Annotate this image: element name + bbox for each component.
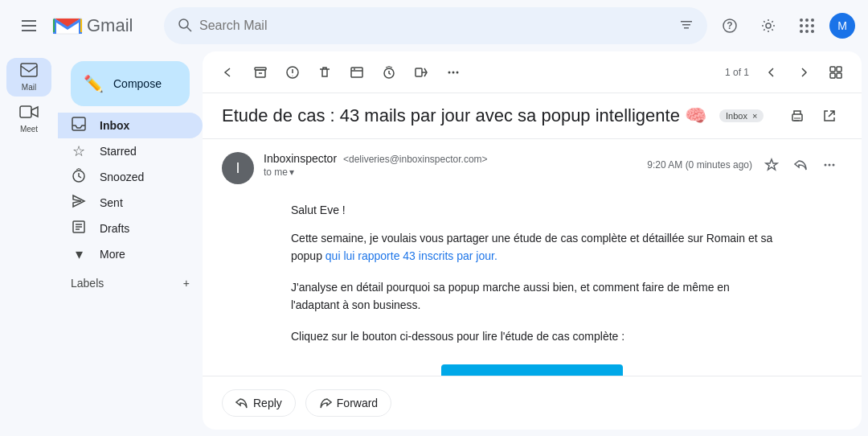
google-apps-grid [793,12,821,39]
inbox-badge-label: Inbox [726,111,747,121]
forward-label: Forward [337,397,378,409]
reply-inline-button[interactable] [788,152,813,178]
email-para2: J'analyse en détail pourquoi sa popup ma… [291,278,773,315]
cta-wrap: LIRE L'ETUDE DE CAS [291,364,773,376]
search-options-icon[interactable] [678,17,694,35]
reply-button[interactable]: Reply [222,389,296,417]
star-button[interactable] [759,152,784,178]
inbox-view-button[interactable] [823,60,849,85]
sidebar-item-drafts[interactable]: Drafts [58,216,203,241]
spam-button[interactable] [280,60,305,85]
search-input-wrap [164,7,707,44]
drafts-icon [71,220,87,238]
search-bar [164,7,707,44]
email-para1-link[interactable]: qui lui rapporte 43 inscrits par jour. [326,249,497,262]
email-more-button[interactable] [817,152,842,178]
to-chevron: ▾ [289,167,294,178]
sidebar-item-more[interactable]: ▾ More [58,241,203,267]
compose-button[interactable]: ✏️ Compose [71,61,190,106]
meet-icon [19,105,39,123]
svg-rect-30 [837,73,841,78]
svg-rect-6 [681,21,692,23]
back-button[interactable] [215,60,241,85]
left-nav: Mail Meet [0,51,58,436]
snoozed-icon [71,168,87,187]
forward-button[interactable]: Forward [305,389,391,417]
delete-button[interactable] [312,60,338,85]
search-icon [177,17,193,35]
sidebar-item-starred[interactable]: ☆ Starred [58,138,203,164]
sidebar-item-inbox[interactable]: Inbox [58,113,203,138]
inbox-icon [71,117,87,135]
topbar-right: ? M [714,10,855,42]
email-header: I Inboxinspector <deliveries@inboxinspec… [203,139,862,197]
sidebar-drafts-label: Drafts [100,222,129,235]
gmail-wordmark: Gmail [87,15,133,36]
svg-rect-23 [416,68,422,76]
inbox-badge-close[interactable]: × [752,111,757,121]
search-input[interactable] [199,19,672,33]
left-nav-meet-label: Meet [20,125,38,134]
main-layout: Mail Meet ✏️ Compose Inbox ☆ Starred [0,51,868,436]
mark-button[interactable] [344,60,370,85]
svg-rect-29 [830,73,835,78]
move-button[interactable] [408,60,434,85]
sidebar-item-snoozed[interactable]: Snoozed [58,164,203,190]
reply-bar: Reply Forward [203,376,862,430]
cta-button[interactable]: LIRE L'ETUDE DE CAS [441,364,622,376]
email-meta-right: 9:20 AM (0 minutes ago) [647,152,842,178]
svg-point-32 [825,164,827,167]
svg-rect-2 [22,30,36,31]
left-nav-mail[interactable]: Mail [6,58,51,97]
svg-point-34 [833,164,835,167]
svg-rect-27 [830,67,835,72]
settings-button[interactable] [752,10,784,42]
email-subject: Etude de cas : 43 mails par jour avec sa… [222,105,706,126]
sender-name: Inboxinspector [264,152,337,165]
more-icon: ▾ [71,245,87,263]
svg-rect-7 [682,24,690,26]
email-toolbar: 1 of 1 [203,51,862,93]
email-greeting: Salut Eve ! [291,204,773,216]
archive-button[interactable] [248,60,273,85]
newer-button[interactable] [791,60,817,85]
compose-label: Compose [113,77,162,90]
svg-rect-1 [22,25,36,27]
snooze-button[interactable] [376,60,402,85]
print-button[interactable] [784,103,810,129]
menu-icon[interactable] [13,10,45,42]
labels-section: Labels + [58,270,203,296]
more-button[interactable] [440,60,466,85]
mail-icon [20,63,38,81]
pagination-info: 1 of 1 [725,67,749,78]
svg-rect-8 [684,27,689,29]
svg-point-11 [766,23,771,28]
sender-email: <deliveries@inboxinspector.com> [343,154,488,165]
popout-button[interactable] [817,103,842,129]
older-button[interactable] [759,60,784,85]
sidebar-item-sent[interactable]: Sent [58,190,203,216]
svg-point-26 [457,71,459,73]
avatar[interactable]: M [829,13,855,39]
starred-icon: ☆ [71,142,87,160]
email-para3: Cliquez sur le bouton ci-dessous pour li… [291,327,773,345]
sender-to[interactable]: to me ▾ [264,167,637,178]
inbox-badge: Inbox × [719,109,764,122]
svg-text:?: ? [727,20,732,31]
left-nav-meet[interactable]: Meet [6,100,51,138]
svg-point-4 [179,19,188,28]
svg-point-33 [829,164,831,167]
apps-button[interactable] [791,10,823,42]
email-subject-bar: Etude de cas : 43 mails par jour avec sa… [203,93,862,139]
email-actions [759,152,842,178]
email-para1: Cette semaine, je voulais vous partager … [291,229,773,265]
sidebar-more-label: More [100,248,125,261]
svg-rect-31 [792,114,802,121]
sidebar-sent-label: Sent [100,196,123,209]
labels-add-button[interactable]: + [183,277,190,290]
sidebar-inbox-label: Inbox [100,119,129,132]
svg-rect-20 [351,68,362,77]
help-button[interactable]: ? [714,10,746,42]
reply-label: Reply [253,397,282,409]
email-content-panel: 1 of 1 Etude de cas : 43 mails par jour … [203,51,862,430]
